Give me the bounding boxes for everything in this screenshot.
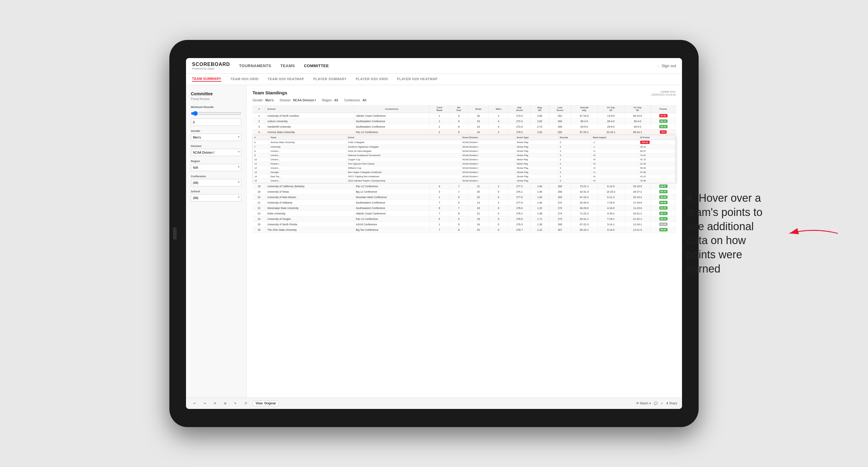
- gender-select-wrapper: Men's Women's Both: [191, 134, 241, 141]
- tooltip-expanded-row: # Team Event Event Division Event Type R…: [252, 135, 676, 184]
- table-row: 1 University of North Carolina Atlantic …: [252, 113, 676, 119]
- conference-select-wrapper: (All) ACC Big Ten: [191, 179, 241, 186]
- sign-out-link[interactable]: Sign out: [661, 64, 676, 68]
- copy-button[interactable]: ⧉: [222, 401, 229, 406]
- tooltip-row: 9 Univers... National Invitational Tourn…: [253, 153, 675, 158]
- col-overall: OverallAdj.: [571, 105, 598, 113]
- subnav-player-summary[interactable]: PLAYER SUMMARY: [313, 77, 347, 81]
- points-tooltip: # Team Event Event Division Event Type R…: [252, 135, 676, 183]
- expand-button[interactable]: ⤢: [660, 402, 663, 405]
- col-vs-top50: Vs Top50: [624, 105, 651, 113]
- standings-header: Team Standings Update time: 13/03/2024 1…: [252, 90, 676, 96]
- nav-teams[interactable]: TEAMS: [280, 64, 295, 68]
- logo-sub: Powered by clippd: [192, 67, 230, 70]
- table-row: 24 University of Oregon Pac-12 Conferenc…: [252, 216, 676, 222]
- comment-button[interactable]: 💬: [654, 402, 657, 405]
- view-original-button[interactable]: View: Original: [253, 401, 279, 406]
- cell-points[interactable]: 88.71: [651, 211, 676, 216]
- cell-points[interactable]: 83.89: [651, 222, 676, 227]
- table-row: 3 Vanderbilt University Southeastern Con…: [252, 124, 676, 129]
- conference-select[interactable]: (All) ACC Big Ten: [191, 179, 241, 186]
- min-rounds-input[interactable]: [191, 119, 241, 126]
- cell-school: University of North Carolina: [266, 113, 354, 119]
- school-select[interactable]: (All): [191, 194, 241, 201]
- cell-points[interactable]: 88.07: [651, 184, 676, 189]
- tablet-side-button: [173, 227, 177, 240]
- sidebar-subtitle: Portal Review: [191, 97, 241, 101]
- standings-title: Team Standings: [252, 90, 287, 95]
- filter-division-value: NCAA Division I: [293, 99, 316, 102]
- share-button[interactable]: ⬆ Share: [666, 402, 677, 405]
- subnav-team-h2h-heatmap[interactable]: TEAM H2H HEATMAP: [268, 77, 304, 81]
- tooltip-row: 10 Univers... Copper Cup NCAA Division I…: [253, 158, 675, 162]
- cell-points[interactable]: 88.94: [651, 227, 676, 232]
- cell-points[interactable]: 88.48: [651, 200, 676, 206]
- filter-label-conference: Conference: [191, 175, 241, 178]
- cell-points[interactable]: 88.70: [651, 189, 676, 194]
- gender-select[interactable]: Men's Women's Both: [191, 134, 241, 141]
- draw-button[interactable]: ✎: [232, 401, 239, 406]
- filter-label-gender: Gender: [191, 129, 241, 132]
- right-panel: Team Standings Update time: 13/03/2024 1…: [247, 85, 682, 398]
- cell-conference: Atlantic Coast Conference: [354, 113, 430, 119]
- logo-text: SCOREBOARD: [192, 62, 230, 67]
- col-conf-rank: ConfRank: [430, 105, 450, 113]
- top-nav: SCOREBOARD Powered by clippd TOURNAMENTS…: [186, 58, 682, 74]
- col-adj-score: Adj.Score: [508, 105, 530, 113]
- region-select-wrapper: N/A All East West: [191, 164, 241, 171]
- cell-points[interactable]: 88.14: [651, 216, 676, 222]
- table-row-highlighted: 4 Arizona State University Pac-12 Confer…: [252, 129, 676, 135]
- filter-region-value: All: [334, 99, 338, 102]
- col-school: School: [266, 105, 354, 113]
- cell-points[interactable]: 97.02: [651, 113, 676, 119]
- division-select[interactable]: NCAA Division I NCAA Division II NCAA Di…: [191, 149, 241, 156]
- region-select[interactable]: N/A All East West: [191, 164, 241, 171]
- col-avg-sg: Avg.SG: [530, 105, 549, 113]
- watch-button[interactable]: 👁 Watch ▾: [636, 402, 651, 405]
- nav-committee[interactable]: COMMITTEE: [304, 64, 329, 68]
- sub-nav: TEAM SUMMARY TEAM H2H GRID TEAM H2H HEAT…: [186, 74, 682, 85]
- cell-points-highlighted[interactable]: 79.5: [651, 129, 676, 135]
- filter-label-division: Division: [191, 145, 241, 148]
- table-row: 19 University of Texas Big 12 Conference…: [252, 189, 676, 194]
- nav-tournaments[interactable]: TOURNAMENTS: [239, 64, 271, 68]
- main-nav: TOURNAMENTS TEAMS COMMITTEE: [239, 64, 657, 68]
- cell-points[interactable]: 90.32: [651, 124, 676, 129]
- bottom-bar: ↩ ↪ ⟳ ⧉ ✎ ⏱ View: Original 👁 Watch ▾ 💬 ⤢…: [186, 398, 682, 409]
- table-row: 18 University of California, Berkeley Pa…: [252, 184, 676, 189]
- subnav-player-h2h-grid[interactable]: PLAYER H2H GRID: [356, 77, 388, 81]
- nav-divider: |: [657, 64, 658, 68]
- cell-points[interactable]: 83.81: [651, 206, 676, 211]
- tooltip-row: 7 University Southern Highlands Collegia…: [253, 145, 675, 149]
- table-row: 20 University of New Mexico Mountain Wes…: [252, 194, 676, 200]
- cell-points[interactable]: 93.31: [651, 119, 676, 124]
- school-select-wrapper: (All): [191, 194, 241, 201]
- table-row: 2 Auburn University Southeastern Confere…: [252, 119, 676, 124]
- redo-button[interactable]: ↪: [201, 401, 208, 406]
- scene: SCOREBOARD Powered by clippd TOURNAMENTS…: [0, 0, 868, 467]
- tooltip-row: 12 Univers... Williams Cup NCAA Division…: [253, 166, 675, 170]
- annotation-text: 4. Hover over a team's points to see add…: [686, 191, 777, 276]
- timer-button[interactable]: ⏱: [242, 401, 250, 406]
- cell-points[interactable]: 88.49: [651, 194, 676, 200]
- min-rounds-slider[interactable]: [191, 110, 241, 117]
- refresh-button[interactable]: ⟳: [211, 401, 219, 406]
- active-filters: Gender: Men's Division: NCAA Division I …: [252, 99, 676, 102]
- update-info: Update time: 13/03/2024 10:03:42: [651, 90, 676, 96]
- col-rnds: Rnds: [468, 105, 489, 113]
- subnav-team-summary[interactable]: TEAM SUMMARY: [192, 77, 221, 82]
- col-rank: #: [252, 105, 266, 113]
- subnav-team-h2h-grid[interactable]: TEAM H2H GRID: [230, 77, 258, 81]
- col-low-score: LowScore: [549, 105, 571, 113]
- table-row: 21 University of Alabama Southeastern Co…: [252, 200, 676, 206]
- col-points: Points: [651, 105, 676, 113]
- annotation-container: 4. Hover over a team's points to see add…: [686, 191, 844, 276]
- cell-rank: 1: [252, 113, 266, 119]
- sidebar: Committee Portal Review Minimum Rounds G…: [186, 85, 247, 398]
- tooltip-row: 14 East Tas... OFCC Fighting Illini Invi…: [253, 175, 675, 179]
- table-row: 26 The Ohio State University Big Ten Con…: [252, 227, 676, 232]
- undo-button[interactable]: ↩: [191, 401, 198, 406]
- division-select-wrapper: NCAA Division I NCAA Division II NCAA Di…: [191, 149, 241, 156]
- col-no-tour: NoTour: [450, 105, 468, 113]
- subnav-player-h2h-heatmap[interactable]: PLAYER H2H HEATMAP: [397, 77, 438, 81]
